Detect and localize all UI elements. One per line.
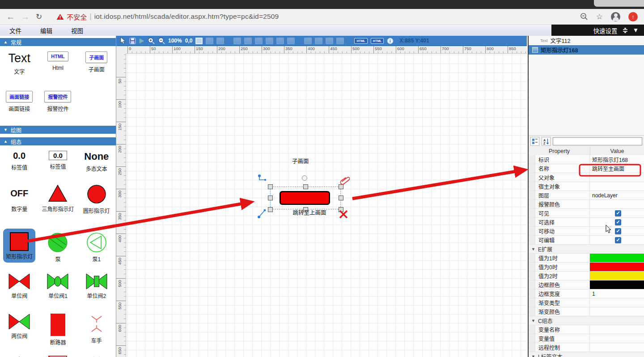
section-header-drawing[interactable]: ▼ 绘图 (0, 126, 116, 134)
align-right-icon[interactable] (255, 38, 263, 44)
palette-item-multistate-text[interactable]: None 多态文本 (84, 145, 109, 178)
property-row[interactable]: 值为0时 (529, 263, 644, 272)
palette-item-subscreen[interactable]: 子画面 子画面 (85, 46, 107, 85)
checkbox[interactable]: ✓ (615, 219, 621, 225)
property-row[interactable]: 报警颜色 (529, 200, 644, 209)
property-value[interactable] (590, 200, 644, 208)
attach-paperclip-icon[interactable] (340, 174, 350, 186)
palette-item-label-value-boxed[interactable]: 0.0 标签值 (49, 145, 67, 178)
html-preview-icon[interactable]: HTML (371, 38, 384, 44)
palette-item-rect-indicator[interactable]: 矩形指示灯 (3, 227, 35, 264)
property-row[interactable]: 渐变颜色 (529, 307, 644, 316)
property-row[interactable]: 远程控制 (529, 343, 644, 352)
property-row[interactable]: 可编辑✓ (529, 236, 644, 245)
menu-view[interactable]: 视图 (62, 26, 93, 35)
property-value[interactable] (590, 182, 644, 191)
paste-icon[interactable] (206, 38, 213, 44)
property-group-row[interactable]: ▼L标签文本 (529, 352, 644, 357)
property-filter-input[interactable] (553, 137, 642, 145)
connector-line-icon[interactable] (257, 208, 267, 219)
save-icon[interactable] (129, 38, 136, 44)
connector-anchor-icon[interactable] (258, 174, 268, 183)
design-canvas[interactable]: 子画面 跳转至上画面 (126, 54, 527, 357)
resize-handle-n[interactable] (303, 184, 308, 189)
zoom-out-icon[interactable] (158, 37, 165, 44)
property-value[interactable] (590, 254, 644, 262)
checkbox[interactable]: ✓ (615, 237, 621, 243)
chevron-down-icon[interactable]: ▼ (633, 27, 639, 34)
property-value[interactable]: ✓ (590, 236, 644, 244)
align-center-icon[interactable] (244, 38, 252, 44)
palette-item-digital[interactable]: OFF 数字量 (10, 178, 28, 227)
same-width-icon[interactable] (304, 38, 312, 44)
palette-item-label-value[interactable]: 0.0 标签值 (11, 145, 27, 178)
property-value[interactable] (590, 334, 644, 343)
property-value[interactable]: ✓ (590, 227, 644, 235)
resize-handle-w[interactable] (268, 196, 273, 200)
section-header-configuration[interactable]: ▲ 组态 (0, 137, 116, 145)
browser-tab[interactable] (594, 0, 644, 7)
palette-item-html[interactable]: HTML Html (47, 46, 68, 85)
html-source-icon[interactable]: HTML (354, 38, 367, 44)
select-cursor-icon[interactable] (120, 37, 126, 44)
collapse-icon[interactable] (622, 27, 628, 34)
zoom-in-icon[interactable] (148, 37, 155, 44)
palette-item-unit-valve[interactable]: 单位阀 (8, 268, 30, 308)
palette-item-pt[interactable]: PT (85, 349, 108, 357)
palette-item-breaker[interactable]: 断路器 (50, 308, 66, 349)
property-value[interactable] (590, 280, 644, 289)
same-height-icon[interactable] (315, 38, 322, 44)
property-row[interactable]: 变量名称 (529, 325, 644, 334)
rotate-handle[interactable] (302, 175, 307, 181)
distribute-vertical-icon[interactable] (336, 38, 344, 44)
property-value[interactable] (590, 298, 644, 307)
color-swatch[interactable] (590, 280, 644, 289)
bookmark-star-icon[interactable]: ☆ (596, 12, 603, 21)
checkbox[interactable]: ✓ (615, 210, 621, 217)
property-row[interactable]: 渐变类型 (529, 298, 644, 307)
tree-item-text112[interactable]: Text 文字112 (529, 36, 644, 45)
property-row[interactable]: 值为2时 (529, 272, 644, 280)
sort-alphabetical-icon[interactable]: AZ (542, 137, 551, 146)
forward-icon[interactable]: → (21, 13, 30, 21)
property-row[interactable]: 可移动✓ (529, 227, 644, 236)
property-value[interactable] (590, 272, 644, 280)
property-value[interactable]: 1 (590, 289, 644, 298)
palette-item-unit-valve2[interactable]: 单位阀2 (86, 268, 107, 308)
rect-indicator-element[interactable] (280, 191, 330, 205)
color-swatch[interactable] (590, 254, 644, 262)
rotate-icon[interactable] (216, 38, 224, 44)
subscreen-element[interactable]: 子画面 (292, 157, 309, 165)
palette-item-inverter[interactable]: AC DC 逆变器 (47, 349, 68, 357)
palette-item-pump1[interactable]: 泵1 (86, 227, 107, 268)
property-row[interactable]: 名称跳转至主画面 (529, 164, 644, 173)
distribute-horizontal-icon[interactable] (326, 38, 333, 44)
menu-edit[interactable]: 编辑 (31, 26, 62, 35)
property-value[interactable] (590, 173, 644, 182)
color-swatch[interactable] (590, 272, 644, 280)
back-icon[interactable]: ← (6, 13, 15, 21)
property-row[interactable]: 标识矩形指示灯168 (529, 155, 644, 164)
property-group-row[interactable]: ▼E扩展 (529, 245, 644, 254)
categorized-view-icon[interactable] (530, 137, 539, 146)
palette-item-text[interactable]: Text 文字 (8, 46, 30, 85)
palette-item-pump[interactable]: 泵 (47, 227, 68, 268)
property-value[interactable] (590, 343, 644, 352)
property-row[interactable]: 边框宽度1 (529, 289, 644, 298)
extension-icon[interactable]: ↑ (628, 12, 638, 21)
palette-item-handcart[interactable]: 车手 (88, 308, 106, 349)
palette-item-screen-link[interactable]: 画面链接 画面链接 (6, 85, 33, 123)
property-row[interactable]: 值为1时 (529, 254, 644, 263)
resize-handle-sw[interactable] (268, 207, 273, 212)
reload-icon[interactable]: ↻ (36, 13, 42, 21)
address-bar[interactable]: 不安全 | iot.idosp.net/html/scada/editor.as… (56, 12, 279, 21)
quick-settings-label[interactable]: 快速设置 (593, 26, 618, 35)
palette-item-knife-switch[interactable]: 刀闸 (14, 349, 25, 357)
palette-item-alarm-control[interactable]: 报警控件 报警控件 (44, 85, 71, 123)
url-text[interactable]: iot.idosp.net/html/scada/editor.aspx.htm… (94, 13, 279, 21)
property-value[interactable]: nodeLayer (590, 191, 644, 200)
info-icon[interactable]: i (387, 38, 394, 44)
property-value[interactable]: ✓ (590, 209, 644, 217)
tree-item-rect-indicator168[interactable]: 矩形指示灯168 (529, 45, 644, 55)
property-row[interactable]: 变量值 (529, 334, 644, 343)
